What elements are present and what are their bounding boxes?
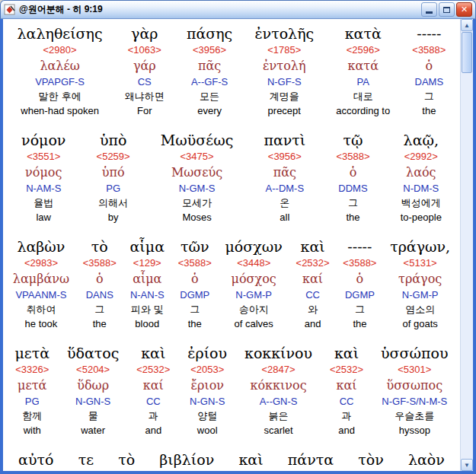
korean-gloss: 송아지 bbox=[225, 302, 283, 317]
word-entry[interactable]: βιβλίον bbox=[158, 450, 216, 469]
vertical-scrollbar[interactable]: ▲ ▼ bbox=[460, 19, 473, 471]
word-entry[interactable]: καὶ<2532>καίCC과and bbox=[135, 343, 171, 437]
parsing-code: N-GM-P bbox=[225, 288, 283, 302]
strong-number: <2983> bbox=[13, 256, 69, 270]
word-entry[interactable]: τράγων,<5131>τράγοςN-GM-P염소의of goats bbox=[388, 237, 452, 331]
minimize-button[interactable] bbox=[421, 2, 437, 17]
strong-number: <3956> bbox=[187, 43, 232, 57]
word-entry[interactable]: τῷ<3588>ὁDDMS그the bbox=[334, 130, 371, 224]
english-gloss: with bbox=[14, 424, 50, 437]
maximize-button[interactable] bbox=[439, 2, 455, 17]
word-entry[interactable]: ἐρίου<2053>ἔριονN-GN-S양털wool bbox=[186, 343, 228, 437]
word-entry[interactable]: τῶν<3588>ὁDGMP그the bbox=[177, 237, 213, 331]
korean-gloss: 붉은 bbox=[244, 409, 312, 424]
english-gloss: For bbox=[125, 104, 165, 118]
english-gloss: scarlet bbox=[244, 424, 312, 437]
korean-gloss: 왜냐하면 bbox=[125, 89, 165, 104]
word-entry[interactable]: -----<3588>ὁDGMP그the bbox=[341, 237, 378, 331]
word-entry[interactable]: τε bbox=[77, 450, 95, 469]
word-entry[interactable]: ὕδατος<5204>ὕδωρN-GN-S물water bbox=[65, 343, 120, 437]
word-entry[interactable]: -----<3588>ὁDAMS그the bbox=[411, 24, 447, 118]
strong-number: <2053> bbox=[187, 363, 227, 377]
parsing-code: PA bbox=[336, 75, 390, 89]
greek-word: ἐντολῆς bbox=[254, 24, 314, 43]
greek-lemma: κόκκινος bbox=[244, 377, 312, 395]
word-entry[interactable]: καὶ bbox=[237, 450, 264, 469]
korean-gloss: 물 bbox=[67, 409, 119, 424]
word-grid: λαληθείσης<2980>λαλέωVPAPGF-S말한 후에when-h… bbox=[3, 19, 460, 471]
greek-word: γὰρ bbox=[125, 24, 165, 43]
korean-gloss: 그 bbox=[178, 302, 212, 317]
close-button[interactable]: ✕ bbox=[456, 2, 472, 17]
korean-gloss: 그 bbox=[343, 302, 376, 317]
greek-word: τῷ bbox=[336, 130, 369, 150]
greek-lemma: ὁ bbox=[178, 270, 212, 288]
word-entry[interactable]: λαβὼν<2983>λαμβάνωVPAANM-S취하여he took bbox=[11, 237, 71, 331]
strong-number: <1785> bbox=[254, 43, 314, 57]
greek-lemma: ἔριον bbox=[187, 377, 227, 395]
english-gloss: by bbox=[97, 211, 130, 224]
titlebar[interactable]: @원어분해 - 히 9:19 ✕ bbox=[0, 0, 476, 19]
greek-word: βιβλίον bbox=[159, 450, 214, 469]
scrollbar-track[interactable] bbox=[461, 31, 473, 459]
strong-number: <2532> bbox=[330, 363, 363, 377]
english-gloss: the bbox=[336, 211, 369, 224]
word-entry[interactable]: κατὰ<2596>κατάPA대로according to bbox=[334, 24, 391, 118]
scroll-up-button[interactable]: ▲ bbox=[461, 19, 473, 31]
word-entry[interactable]: νόμον<3551>νόμοςN-AM-S율법law bbox=[20, 130, 67, 224]
greek-word: τράγων, bbox=[390, 237, 450, 256]
parsing-code: N-AN-S bbox=[130, 288, 165, 302]
word-entry[interactable]: καὶ<2532>καίCC와and bbox=[295, 237, 331, 331]
word-entry[interactable]: κοκκίνου<2847>κόκκινοςA--GN-S붉은scarlet bbox=[243, 343, 314, 437]
scrollbar-thumb[interactable] bbox=[462, 32, 472, 73]
word-entry[interactable]: αὐτό bbox=[17, 450, 55, 469]
word-entry[interactable]: λαληθείσης<2980>λαλέωVPAPGF-S말한 후에when-h… bbox=[16, 24, 104, 118]
greek-lemma: καί bbox=[136, 377, 170, 395]
greek-lemma: καί bbox=[330, 377, 363, 395]
strong-number: <5204> bbox=[67, 363, 119, 377]
word-entry[interactable]: τὸ<3588>ὁDANS그the bbox=[81, 237, 118, 331]
word-entry[interactable]: ἐντολῆς<1785>ἐντολήN-GF-S계명을precept bbox=[253, 24, 315, 118]
word-entry[interactable]: λαὸν bbox=[407, 450, 446, 469]
greek-lemma: καί bbox=[296, 270, 330, 288]
app-window: @원어분해 - 히 9:19 ✕ λαληθείσης<2980>λαλέωVP… bbox=[0, 0, 476, 474]
word-entry[interactable]: αἷμα<129>αἷμαN-AN-S피와 및blood bbox=[129, 237, 166, 331]
parsing-code: A--GN-S bbox=[244, 395, 312, 409]
word-entry[interactable]: γὰρ<1063>γάρCS왜냐하면For bbox=[123, 24, 166, 118]
greek-lemma: ὑπό bbox=[97, 164, 130, 182]
parsing-code: N-DM-S bbox=[401, 182, 442, 196]
word-entry[interactable]: καὶ<2532>καίCC과and bbox=[328, 343, 365, 437]
word-entry[interactable]: τὸν bbox=[356, 450, 385, 469]
greek-word: νόμον bbox=[21, 130, 65, 150]
parsing-code: PG bbox=[97, 182, 130, 196]
english-gloss: and bbox=[330, 424, 363, 437]
word-entry[interactable]: μετὰ<3326>μετάPG함께with bbox=[13, 343, 51, 437]
word-entry[interactable]: τὸ bbox=[117, 450, 136, 469]
korean-gloss: 율법 bbox=[21, 196, 65, 211]
word-entry[interactable]: ὑπὸ<5259>ὑπόPG의해서by bbox=[95, 130, 132, 224]
word-entry[interactable]: Μωϋσέως<3475>ΜωσεύςN-GM-S모세가Moses bbox=[159, 130, 235, 224]
word-entry[interactable]: ὑσσώπου<5301>ὕσσωποςN-GF-S/N-M-S우슬초를hyss… bbox=[379, 343, 449, 437]
window-title: @원어분해 - 히 9:19 bbox=[19, 0, 420, 19]
greek-word: τὸ bbox=[118, 450, 135, 469]
word-entry[interactable]: μόσχων<3448>μόσχοςN-GM-P송아지of calves bbox=[224, 237, 284, 331]
greek-word: Μωϋσέως bbox=[161, 130, 233, 150]
greek-lemma: κατά bbox=[336, 57, 390, 75]
greek-word: καὶ bbox=[296, 237, 330, 256]
greek-word: καὶ bbox=[136, 343, 170, 363]
word-entry[interactable]: πάντα bbox=[286, 450, 335, 469]
scroll-down-button[interactable]: ▼ bbox=[461, 459, 473, 471]
word-entry[interactable]: παντὶ<3956>πᾶςA--DM-S온all bbox=[262, 130, 307, 224]
word-entry[interactable]: πάσης<3956>πᾶςA--GF-S모든every bbox=[185, 24, 234, 118]
word-entry[interactable]: λαῷ,<2992>λαόςN-DM-S백성에게to-people bbox=[399, 130, 443, 224]
strong-number: <2532> bbox=[296, 256, 330, 270]
close-icon: ✕ bbox=[461, 5, 468, 14]
korean-gloss: 그 bbox=[336, 196, 369, 211]
korean-gloss: 그 bbox=[83, 302, 117, 317]
parsing-code: A--GF-S bbox=[187, 75, 232, 89]
greek-lemma: τράγος bbox=[390, 270, 450, 288]
english-gloss: Moses bbox=[161, 211, 233, 224]
english-gloss: water bbox=[67, 424, 119, 437]
greek-word: κατὰ bbox=[336, 24, 390, 43]
strong-number: <2847> bbox=[244, 363, 312, 377]
